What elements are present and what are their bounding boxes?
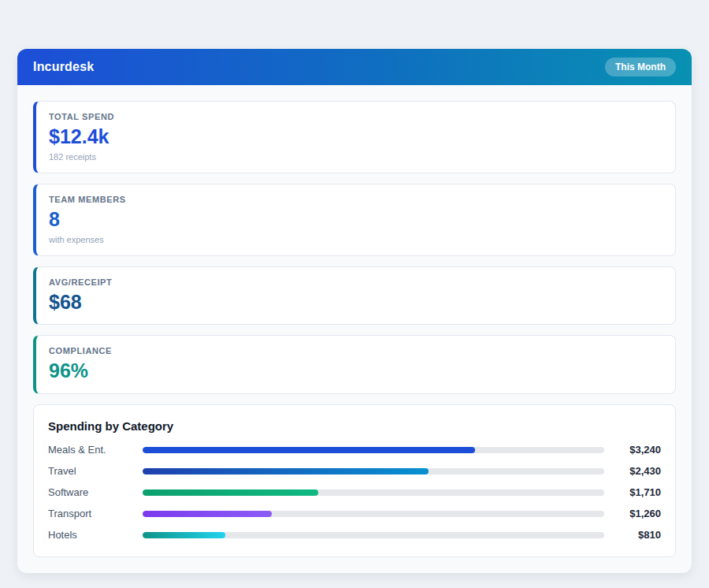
- category-bar-track: [143, 511, 604, 517]
- category-value: $1,710: [612, 486, 661, 498]
- category-label: Software: [48, 486, 143, 498]
- category-label: Meals & Ent.: [48, 444, 143, 456]
- category-value: $3,240: [612, 444, 661, 456]
- dashboard-body: TOTAL SPEND$12.4k182 receiptsTEAM MEMBER…: [17, 85, 692, 573]
- category-row: Hotels$810: [48, 529, 661, 541]
- stat-value: $12.4k: [49, 125, 663, 148]
- category-bar-fill: [143, 447, 475, 453]
- stat-card: COMPLIANCE96%: [33, 335, 676, 394]
- category-rows: Meals & Ent.$3,240Travel$2,430Software$1…: [48, 444, 661, 541]
- category-bar-track: [143, 447, 604, 453]
- stats-list: TOTAL SPEND$12.4k182 receiptsTEAM MEMBER…: [33, 101, 676, 394]
- category-label: Hotels: [48, 529, 143, 541]
- spending-by-category-card: Spending by Category Meals & Ent.$3,240T…: [33, 404, 676, 557]
- category-bar-track: [143, 468, 604, 474]
- category-bar-fill: [143, 532, 225, 538]
- stat-card: AVG/RECEIPT$68: [33, 266, 676, 326]
- category-label: Transport: [48, 508, 143, 519]
- stat-label: AVG/RECEIPT: [49, 277, 663, 287]
- category-row: Meals & Ent.$3,240: [48, 444, 661, 456]
- category-bar-fill: [143, 489, 318, 496]
- category-bar-fill: [143, 468, 429, 474]
- stat-label: TEAM MEMBERS: [49, 195, 663, 204]
- period-badge[interactable]: This Month: [605, 58, 676, 76]
- app-header: Incurdesk This Month: [17, 49, 692, 85]
- category-value: $1,260: [612, 508, 661, 519]
- app-title: Incurdesk: [33, 60, 94, 74]
- category-bar-track: [143, 532, 604, 538]
- stat-subtext: with expenses: [49, 235, 663, 244]
- stat-subtext: 182 receipts: [49, 152, 663, 162]
- category-bar-fill: [143, 511, 272, 517]
- category-value: $810: [612, 529, 661, 541]
- expense-dashboard-card: Incurdesk This Month TOTAL SPEND$12.4k18…: [17, 49, 692, 573]
- stat-label: COMPLIANCE: [49, 346, 663, 355]
- stat-value: 8: [49, 208, 663, 231]
- section-title: Spending by Category: [48, 419, 661, 433]
- stat-label: TOTAL SPEND: [49, 112, 663, 121]
- stat-value: 96%: [49, 359, 663, 382]
- stat-card: TOTAL SPEND$12.4k182 receipts: [33, 101, 676, 173]
- category-bar-track: [143, 489, 604, 496]
- category-row: Transport$1,260: [48, 508, 661, 519]
- stat-card: TEAM MEMBERS8with expenses: [33, 184, 676, 256]
- category-row: Travel$2,430: [48, 465, 661, 477]
- category-value: $2,430: [612, 465, 661, 477]
- category-label: Travel: [48, 465, 143, 477]
- stat-value: $68: [49, 291, 663, 314]
- category-row: Software$1,710: [48, 486, 661, 498]
